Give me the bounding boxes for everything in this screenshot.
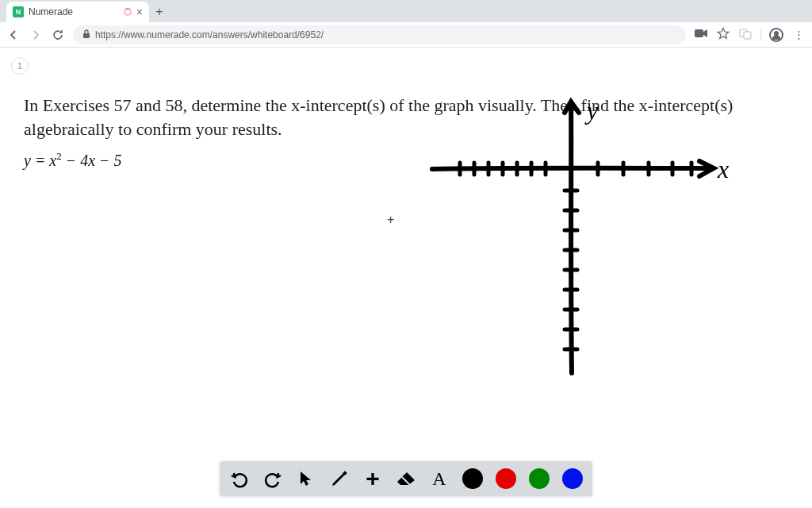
close-tab-button[interactable]: ×: [136, 6, 143, 18]
color-blue-button[interactable]: [562, 468, 583, 489]
pointer-tool-button[interactable]: [296, 468, 316, 489]
address-bar: https://www.numerade.com/answers/whitebo…: [0, 22, 812, 48]
question-text: In Exercises 57 and 58, determine the x-…: [24, 94, 788, 140]
svg-rect-3: [744, 32, 751, 39]
svg-rect-0: [83, 33, 90, 38]
user-avatar-icon[interactable]: [769, 28, 783, 42]
whiteboard-canvas[interactable]: y x +: [0, 0, 812, 413]
url-field[interactable]: https://www.numerade.com/answers/whitebo…: [73, 25, 686, 44]
drawn-axes: y x: [0, 0, 812, 413]
equation-rhs: − 4x − 5: [62, 152, 122, 169]
tab-title: Numerade: [29, 6, 119, 17]
forward-button[interactable]: [29, 28, 43, 42]
color-black-button[interactable]: [462, 468, 483, 489]
page-indicator[interactable]: 1: [11, 57, 29, 75]
add-tool-button[interactable]: +: [362, 468, 383, 489]
color-green-button[interactable]: [529, 468, 550, 489]
translate-icon[interactable]: [738, 27, 753, 42]
browser-tab-bar: N Numerade × +: [0, 0, 812, 22]
loading-spinner-icon: [124, 8, 132, 16]
equation-lhs: y = x: [24, 152, 56, 169]
pencil-tool-button[interactable]: [329, 468, 350, 489]
undo-button[interactable]: [229, 468, 250, 489]
whiteboard-content: In Exercises 57 and 58, determine the x-…: [0, 75, 812, 170]
new-tab-button[interactable]: +: [149, 2, 170, 22]
browser-tab[interactable]: N Numerade ×: [6, 2, 149, 22]
star-icon[interactable]: [716, 27, 730, 42]
url-text: https://www.numerade.com/answers/whitebo…: [95, 29, 324, 40]
equation: y = x2 − 4x − 5: [24, 150, 788, 170]
separator: [760, 29, 761, 41]
svg-rect-1: [695, 29, 703, 37]
camera-icon[interactable]: [694, 29, 708, 40]
lock-icon: [82, 29, 90, 40]
color-red-button[interactable]: [496, 468, 516, 489]
kebab-menu-button[interactable]: ⋮: [791, 29, 806, 40]
back-button[interactable]: [6, 28, 21, 42]
favicon-icon: N: [13, 6, 24, 17]
eraser-tool-button[interactable]: [396, 468, 416, 489]
reload-button[interactable]: [51, 28, 65, 42]
text-tool-button[interactable]: A: [429, 468, 450, 489]
redo-button[interactable]: [262, 468, 283, 489]
whiteboard-toolbar: + A: [220, 461, 592, 496]
cursor-plus-icon: +: [387, 213, 394, 227]
